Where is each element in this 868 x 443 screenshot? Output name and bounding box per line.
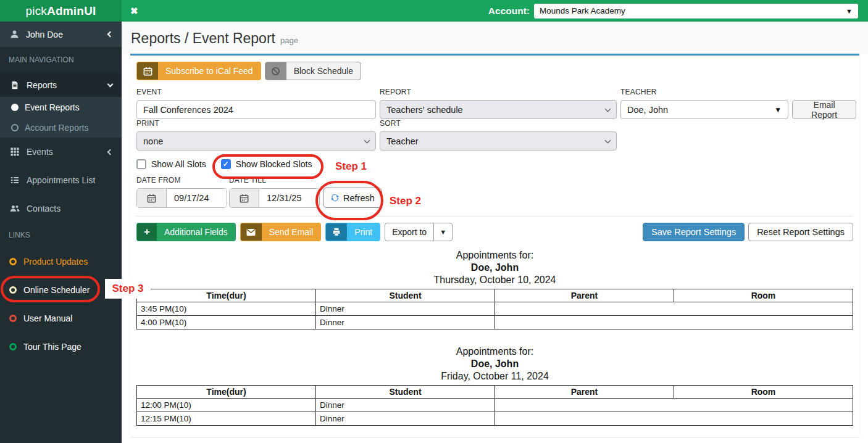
sidebar-item-label: Account Reports [25, 123, 89, 133]
caret-down-icon: ▼ [774, 106, 782, 114]
additional-fields-label: Additional Fields [157, 227, 235, 237]
app-logo: pickAdminUI [0, 0, 122, 22]
print-button[interactable]: Print [325, 223, 380, 241]
account-select[interactable]: Mounds Park Academy ▼ [534, 4, 858, 19]
event-input[interactable] [136, 100, 376, 119]
table-header-row: Time(dur) Student Parent Room [137, 386, 853, 399]
account-label: Account: [488, 6, 530, 17]
cell-parent-room [495, 302, 853, 316]
cell-time: 12:15 PM(10) [137, 412, 316, 426]
email-report-button[interactable]: Email Report [792, 100, 856, 119]
cell-student: Dinner [316, 412, 495, 426]
date-till-group: DATE TILL [229, 169, 320, 208]
appointments-block-2: Appointments for: Doe, John Friday, Octo… [136, 346, 853, 426]
show-all-slots-checkbox[interactable] [136, 159, 146, 169]
additional-fields-button[interactable]: + Additional Fields [136, 223, 236, 241]
date-till-input[interactable] [259, 189, 319, 207]
show-blocked-slots-checkbox[interactable]: ✓ [221, 159, 231, 169]
appointments-teacher: Doe, John [136, 262, 853, 274]
sidebar-item-appointments-list[interactable]: Appointments List [0, 166, 122, 194]
sidebar-item-label: Online Scheduler [23, 285, 90, 295]
calendar-icon[interactable] [137, 189, 167, 207]
send-email-button[interactable]: Send Email [240, 223, 322, 241]
action-row: + Additional Fields Send Email Print Exp… [136, 223, 853, 241]
sidebar-item-reports[interactable]: Reports [0, 73, 122, 97]
sort-select-value: Teacher [386, 136, 419, 146]
sort-label: SORT [380, 119, 617, 128]
block-schedule-button[interactable]: Block Schedule [265, 62, 362, 80]
circle-outline-icon [11, 124, 19, 131]
sidebar-header-links: LINKS [0, 223, 122, 247]
appointments-teacher: Doe, John [136, 358, 853, 370]
date-from-label: DATE FROM [136, 176, 227, 184]
ban-icon [265, 62, 286, 80]
close-icon[interactable]: ✖ [130, 6, 138, 15]
sidebar-item-events[interactable]: Events [0, 138, 122, 166]
refresh-button[interactable]: Refresh [323, 188, 382, 208]
date-from-input[interactable] [167, 189, 227, 207]
col-room: Room [674, 289, 853, 302]
sidebar-user-panel[interactable]: John Doe [0, 22, 122, 47]
chevron-down-icon [605, 137, 611, 143]
plus-icon: + [137, 223, 157, 241]
caret-down-icon[interactable]: ▼ [433, 223, 452, 241]
caret-down-icon: ▼ [846, 7, 853, 15]
account-select-value: Mounds Park Academy [540, 6, 625, 15]
print-field-group: PRINT none [136, 119, 376, 151]
report-label: REPORT [380, 88, 617, 96]
refresh-icon [330, 193, 340, 202]
teacher-select[interactable]: Doe, John ▼ [620, 100, 788, 119]
page-subtitle: page [280, 36, 298, 45]
reports-submenu: Event Reports Account Reports [0, 97, 122, 138]
appointments-table: Time(dur) Student Parent Room 3:45 PM(10… [136, 289, 853, 329]
report-select[interactable]: Teachers' schedule [380, 100, 617, 119]
show-blocked-slots-label: Show Blocked Slots [236, 159, 312, 169]
appointments-heading: Appointments for: [136, 249, 853, 262]
date-till-label: DATE TILL [229, 176, 320, 184]
sidebar-item-product-updates[interactable]: Product Updates [0, 247, 122, 276]
sidebar-item-contacts[interactable]: Contacts [0, 194, 122, 223]
col-student: Student [316, 386, 495, 399]
sort-field-group: SORT Teacher [380, 119, 617, 151]
col-parent: Parent [495, 289, 674, 302]
sort-select[interactable]: Teacher [380, 131, 617, 151]
circle-outline-icon [9, 343, 17, 350]
print-select[interactable]: none [136, 131, 376, 151]
toolbar-row: Subscribe to iCal Feed Block Schedule [136, 62, 853, 80]
circle-outline-icon [9, 258, 17, 265]
chevron-left-icon [107, 149, 114, 155]
sidebar-item-label: Appointments List [27, 175, 95, 185]
sidebar-item-label: Product Updates [23, 257, 88, 267]
users-icon [9, 204, 20, 213]
sidebar: John Doe MAIN NAVIGATION Reports Event R… [0, 22, 122, 443]
printer-icon [326, 223, 347, 241]
save-report-settings-button[interactable]: Save Report Settings [643, 223, 745, 241]
sidebar-item-event-reports[interactable]: Event Reports [0, 97, 122, 117]
subscribe-ical-button[interactable]: Subscribe to iCal Feed [136, 62, 261, 80]
sidebar-item-user-manual[interactable]: User Manual [0, 304, 122, 333]
page-header: Reports / Event Report page [122, 22, 868, 54]
sidebar-item-tour-this-page[interactable]: Tour This Page [0, 333, 122, 361]
cell-student: Dinner [316, 302, 495, 316]
event-label: EVENT [136, 88, 376, 96]
account-selector: Account: Mounds Park Academy ▼ [488, 4, 858, 19]
topbar: pickAdminUI ✖ Account: Mounds Park Acade… [0, 0, 868, 22]
cell-parent-room [495, 316, 853, 329]
reset-report-settings-button[interactable]: Reset Report Settings [748, 223, 853, 241]
col-room: Room [674, 386, 853, 399]
sidebar-item-label: Events [27, 147, 53, 157]
calendar-icon[interactable] [230, 189, 259, 207]
export-to-button[interactable]: Export to ▼ [385, 223, 453, 241]
print-select-value: none [143, 136, 163, 146]
table-row: 12:00 PM(10) Dinner [137, 399, 853, 412]
appointments-date: Thursday, October 10, 2024 [136, 274, 853, 286]
sidebar-item-label: User Manual [23, 313, 72, 323]
sidebar-item-online-scheduler[interactable]: Online Scheduler [0, 276, 122, 304]
block-schedule-label: Block Schedule [286, 66, 361, 76]
table-header-row: Time(dur) Student Parent Room [137, 289, 853, 302]
sidebar-item-account-reports[interactable]: Account Reports [0, 117, 122, 138]
col-student: Student [316, 289, 495, 302]
date-from-group: DATE FROM [136, 169, 227, 208]
appointments-date: Friday, October 11, 2024 [136, 370, 853, 383]
cell-time: 3:45 PM(10) [137, 302, 316, 316]
